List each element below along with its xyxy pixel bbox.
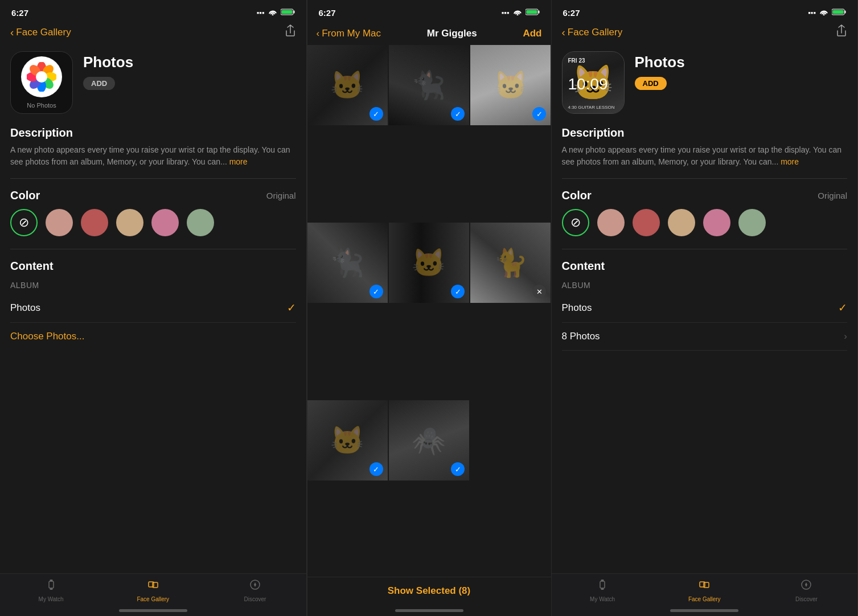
- svg-rect-14: [50, 588, 52, 590]
- svg-rect-13: [50, 580, 52, 581]
- choose-photos-left[interactable]: Choose Photos...: [10, 323, 296, 350]
- photos-row-label-left: Photos: [10, 302, 40, 314]
- photo-cell-1[interactable]: 🐱 ✓: [307, 45, 388, 125]
- photo-cell-3[interactable]: 🐱 ✓: [470, 45, 551, 125]
- battery-icon-left: [281, 9, 295, 17]
- tab-bar-right: My Watch Face Gallery Discover: [552, 573, 858, 605]
- swatch-tan-left[interactable]: [116, 209, 143, 236]
- face-hero-info-left: Photos ADD: [83, 51, 296, 90]
- picker-back-label: From My Mac: [322, 28, 381, 39]
- swatch-rose-left[interactable]: [46, 209, 73, 236]
- watch-day: FRI 23: [568, 58, 618, 64]
- swatch-red-left[interactable]: [81, 209, 108, 236]
- swatch-slash-right: ⊘: [570, 215, 581, 230]
- tab-discover-right[interactable]: Discover: [756, 578, 857, 602]
- swatch-sage-right[interactable]: [738, 209, 766, 236]
- watch-face-overlay: FRI 23 10:09 4:30 GUITAR LESSON: [563, 52, 624, 113]
- divider-1-left: [10, 178, 296, 179]
- watch-face-thumb-right[interactable]: 🐱 FRI 23 10:09 4:30 GUITAR LESSON: [562, 51, 625, 114]
- swatch-tan-right[interactable]: [668, 209, 695, 236]
- swatch-slash-left: ⊘: [19, 215, 29, 230]
- svg-rect-12: [49, 581, 54, 588]
- wifi-icon-left: [268, 9, 277, 17]
- check-badge-7: ✓: [370, 462, 383, 476]
- picker-add-button[interactable]: Add: [523, 28, 541, 39]
- content-heading-right: Content: [562, 260, 848, 273]
- face-title-left: Photos: [83, 54, 296, 71]
- check-badge-1: ✓: [370, 107, 383, 121]
- swatch-rose-right[interactable]: [597, 209, 625, 236]
- photo-cell-7[interactable]: 🐱 ✓: [307, 400, 388, 481]
- swatch-pink-right[interactable]: [703, 209, 730, 236]
- photos-row-left[interactable]: Photos ✓: [10, 293, 296, 323]
- wifi-icon-right: [819, 9, 828, 17]
- face-hero-left: No Photos Photos ADD: [10, 51, 296, 114]
- tab-discover-label-left: Discover: [244, 596, 266, 602]
- photo-cell-6[interactable]: 🐈 ✕: [470, 223, 551, 303]
- tab-discover-left[interactable]: Discover: [204, 578, 306, 602]
- back-button-right[interactable]: ‹ Face Gallery: [562, 26, 623, 39]
- watch-icon-right: [596, 578, 609, 594]
- swatch-sage-left[interactable]: [187, 209, 214, 236]
- content-left: No Photos Photos ADD Description A new p…: [0, 46, 306, 573]
- tab-my-watch-label-right: My Watch: [590, 596, 615, 602]
- description-text-left: A new photo appears every time you raise…: [10, 144, 296, 168]
- photo-cell-5[interactable]: 🐱 ✓: [389, 223, 469, 303]
- divider-2-left: [10, 249, 296, 249]
- back-label-left: Face Gallery: [16, 27, 71, 38]
- tab-my-watch-right[interactable]: My Watch: [552, 578, 654, 602]
- photos-check-left: ✓: [287, 301, 296, 314]
- battery-icon-right: [832, 9, 846, 17]
- picker-title: Mr Giggles: [427, 28, 477, 39]
- tab-my-watch-left[interactable]: My Watch: [0, 578, 102, 602]
- swatch-original-left[interactable]: ⊘: [10, 209, 38, 236]
- photo-cell-8[interactable]: 🕷️ ✓: [389, 400, 469, 481]
- share-button-left[interactable]: [285, 24, 296, 40]
- tab-face-gallery-right[interactable]: Face Gallery: [654, 578, 756, 602]
- tab-discover-label-right: Discover: [795, 596, 818, 602]
- photo-grid: 🐱 ✓ 🐈‍⬛ ✓ 🐱 ✓ 🐈‍⬛ ✓ 🐱 ✓ 🐈 ✕ 🐱 ✓: [307, 45, 551, 577]
- back-chevron-left: ‹: [10, 26, 14, 39]
- divider-2-right: [562, 249, 848, 249]
- eight-photos-row[interactable]: 8 Photos ›: [562, 323, 848, 351]
- photos-row-label-right: Photos: [562, 302, 592, 314]
- add-badge-left[interactable]: ADD: [83, 77, 115, 90]
- gallery-icon-left: [147, 578, 159, 594]
- color-value-right: Original: [818, 191, 847, 200]
- signal-icon-right: ▪▪▪: [808, 9, 816, 17]
- watch-event: 4:30 GUITAR LESSON: [568, 105, 618, 110]
- face-hero-info-right: Photos ADD: [635, 51, 848, 90]
- photo-cell-2[interactable]: 🐈‍⬛ ✓: [389, 45, 469, 125]
- swatch-red-right[interactable]: [633, 209, 660, 236]
- add-badge-right[interactable]: ADD: [635, 77, 667, 90]
- eight-photos-label: 8 Photos: [562, 331, 600, 342]
- swatch-pink-left[interactable]: [151, 209, 179, 236]
- time-right: 6:27: [563, 8, 580, 18]
- status-icons-right: ▪▪▪: [808, 9, 846, 17]
- color-heading-left: Color: [10, 189, 40, 202]
- photo-cell-4[interactable]: 🐈‍⬛ ✓: [307, 223, 388, 303]
- swatch-original-right[interactable]: ⊘: [562, 209, 589, 236]
- watch-face-thumb-left[interactable]: No Photos: [10, 51, 73, 114]
- time-left: 6:27: [11, 8, 28, 18]
- content-right: 🐱 FRI 23 10:09 4:30 GUITAR LESSON Photos…: [552, 46, 858, 573]
- color-row-left: Color Original: [10, 189, 296, 202]
- svg-rect-2: [281, 10, 292, 14]
- status-bar-right: 6:27 ▪▪▪: [552, 0, 858, 22]
- back-button-left[interactable]: ‹ Face Gallery: [10, 26, 71, 39]
- tab-my-watch-label-left: My Watch: [39, 596, 64, 602]
- tab-face-gallery-left[interactable]: Face Gallery: [102, 578, 204, 602]
- wifi-icon-middle: [513, 9, 522, 17]
- share-button-right[interactable]: [836, 24, 847, 40]
- photos-row-right[interactable]: Photos ✓: [562, 293, 848, 323]
- picker-back-button[interactable]: ‹ From My Mac: [317, 28, 381, 39]
- more-link-left[interactable]: more: [229, 157, 248, 166]
- show-selected-bar[interactable]: Show Selected (8): [307, 577, 551, 605]
- home-indicator-right: [552, 605, 858, 616]
- more-link-right[interactable]: more: [781, 157, 799, 166]
- svg-rect-21: [526, 10, 537, 14]
- watch-time: 10:09: [568, 76, 618, 92]
- tab-face-gallery-label-right: Face Gallery: [688, 596, 721, 602]
- album-group-label-right: Album: [562, 281, 848, 290]
- signal-icon-left: ▪▪▪: [257, 9, 265, 17]
